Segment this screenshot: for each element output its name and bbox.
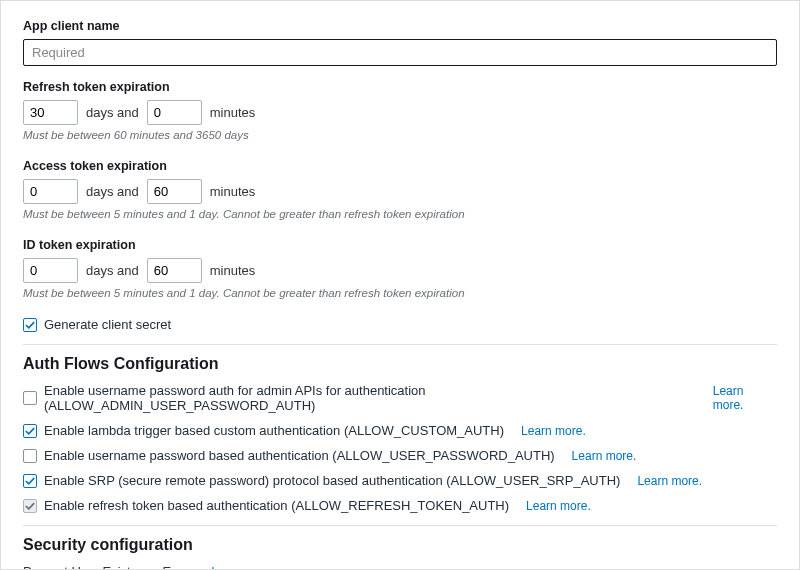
app-client-name-label: App client name (23, 19, 777, 33)
refresh-token-hint: Must be between 60 minutes and 3650 days (23, 129, 777, 141)
auth-flow-checkbox-4 (23, 499, 37, 513)
refresh-token-minutes-input[interactable] (147, 100, 202, 125)
access-token-section: Access token expiration days and minutes… (23, 159, 777, 220)
access-token-row: days and minutes (23, 179, 777, 204)
auth-flow-row-3[interactable]: Enable SRP (secure remote password) prot… (23, 473, 777, 488)
auth-flow-label-0: Enable username password auth for admin … (44, 383, 696, 413)
divider-1 (23, 344, 777, 345)
id-token-hint: Must be between 5 minutes and 1 day. Can… (23, 287, 777, 299)
check-icon (25, 476, 35, 486)
auth-flow-row-2[interactable]: Enable username password based authentic… (23, 448, 777, 463)
refresh-token-label: Refresh token expiration (23, 80, 777, 94)
auth-flow-checkbox-2[interactable] (23, 449, 37, 463)
app-client-name-section: App client name (23, 19, 777, 66)
prevent-errors-label: Prevent User Existence Errors (23, 564, 198, 570)
check-icon (25, 426, 35, 436)
auth-flow-row-4: Enable refresh token based authenticatio… (23, 498, 777, 513)
auth-flow-label-2: Enable username password based authentic… (44, 448, 555, 463)
access-token-minutes-label: minutes (210, 184, 256, 199)
app-client-name-input[interactable] (23, 39, 777, 66)
access-token-days-input[interactable] (23, 179, 78, 204)
auth-flow-row-1[interactable]: Enable lambda trigger based custom authe… (23, 423, 777, 438)
check-icon (25, 320, 35, 330)
security-heading: Security configuration (23, 536, 777, 554)
generate-secret-row[interactable]: Generate client secret (23, 317, 777, 332)
auth-flow-row-0[interactable]: Enable username password auth for admin … (23, 383, 777, 413)
refresh-token-minutes-label: minutes (210, 105, 256, 120)
auth-flows-heading: Auth Flows Configuration (23, 355, 777, 373)
id-token-days-input[interactable] (23, 258, 78, 283)
access-token-hint: Must be between 5 minutes and 1 day. Can… (23, 208, 777, 220)
auth-flow-label-3: Enable SRP (secure remote password) prot… (44, 473, 620, 488)
auth-flow-learn-more-link-4[interactable]: Learn more. (526, 499, 591, 513)
generate-secret-checkbox[interactable] (23, 318, 37, 332)
access-token-label: Access token expiration (23, 159, 777, 173)
generate-secret-label: Generate client secret (44, 317, 171, 332)
id-token-minutes-input[interactable] (147, 258, 202, 283)
prevent-errors-learn-more-link[interactable]: Learn more. (211, 565, 276, 570)
auth-flows-list: Enable username password auth for admin … (23, 383, 777, 513)
id-token-section: ID token expiration days and minutes Mus… (23, 238, 777, 299)
divider-2 (23, 525, 777, 526)
auth-flow-checkbox-0[interactable] (23, 391, 37, 405)
auth-flow-label-4: Enable refresh token based authenticatio… (44, 498, 509, 513)
app-client-panel: App client name Refresh token expiration… (0, 0, 800, 570)
id-token-minutes-label: minutes (210, 263, 256, 278)
auth-flow-label-1: Enable lambda trigger based custom authe… (44, 423, 504, 438)
auth-flow-learn-more-link-2[interactable]: Learn more. (572, 449, 637, 463)
refresh-token-days-label: days and (86, 105, 139, 120)
id-token-days-label: days and (86, 263, 139, 278)
id-token-label: ID token expiration (23, 238, 777, 252)
refresh-token-section: Refresh token expiration days and minute… (23, 80, 777, 141)
access-token-days-label: days and (86, 184, 139, 199)
auth-flow-learn-more-link-0[interactable]: Learn more. (713, 384, 777, 412)
check-icon (25, 501, 35, 511)
auth-flow-learn-more-link-1[interactable]: Learn more. (521, 424, 586, 438)
id-token-row: days and minutes (23, 258, 777, 283)
refresh-token-row: days and minutes (23, 100, 777, 125)
prevent-errors-row: Prevent User Existence Errors Learn more… (23, 564, 777, 570)
refresh-token-days-input[interactable] (23, 100, 78, 125)
auth-flow-checkbox-1[interactable] (23, 424, 37, 438)
auth-flow-checkbox-3[interactable] (23, 474, 37, 488)
access-token-minutes-input[interactable] (147, 179, 202, 204)
auth-flow-learn-more-link-3[interactable]: Learn more. (637, 474, 702, 488)
